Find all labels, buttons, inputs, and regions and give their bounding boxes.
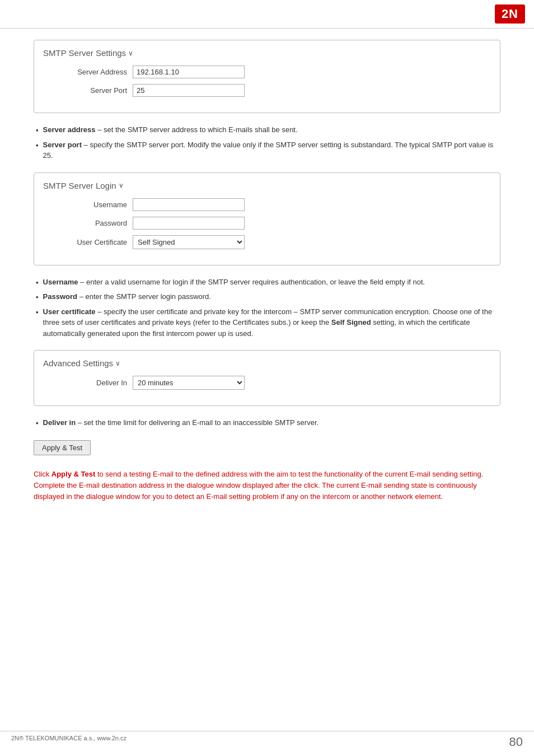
smtp-server-settings-chevron[interactable]: ∨ (128, 49, 133, 57)
smtp-server-bullets: Server address – set the SMTP server add… (34, 124, 500, 161)
server-address-row: Server Address (43, 66, 491, 78)
username-label: Username (43, 200, 133, 209)
smtp-login-title: SMTP Server Login ∨ (43, 181, 491, 190)
top-bar: 2N (0, 0, 534, 29)
password-input[interactable] (133, 217, 245, 230)
user-certificate-select[interactable]: Self Signed (133, 235, 245, 249)
bullet-deliver-in: Deliver in – set the time limit for deli… (36, 417, 500, 429)
advanced-settings-title: Advanced Settings ∨ (43, 358, 491, 368)
bullet-password: Password – enter the SMTP server login p… (36, 291, 500, 303)
main-content: SMTP Server Settings ∨ Server Address Se… (0, 29, 534, 525)
server-address-input[interactable] (133, 66, 245, 78)
footer-left: 2N® TELEKOMUNIKACE a.s., www.2n.cz (11, 735, 127, 749)
bullet-user-certificate: User certificate – specify the user cert… (36, 306, 500, 339)
red-info-text: Click Apply & Test to send a testing E-m… (34, 469, 500, 502)
deliver-in-label: Deliver In (43, 379, 133, 387)
server-address-label: Server Address (43, 68, 133, 76)
logo: 2N (495, 4, 525, 24)
username-row: Username (43, 198, 491, 211)
advanced-settings-chevron[interactable]: ∨ (115, 360, 120, 367)
smtp-login-bullets: Username – enter a valid username for lo… (34, 277, 500, 339)
advanced-bullets: Deliver in – set the time limit for deli… (34, 417, 500, 429)
advanced-settings-box: Advanced Settings ∨ Deliver In 20 minute… (34, 350, 500, 406)
user-certificate-label: User Certificate (43, 238, 133, 246)
server-port-input[interactable] (133, 84, 245, 97)
smtp-login-box: SMTP Server Login ∨ Username Password Us… (34, 172, 500, 265)
bullet-username: Username – enter a valid username for lo… (36, 277, 500, 288)
smtp-login-chevron[interactable]: ∨ (119, 181, 124, 189)
smtp-server-settings-box: SMTP Server Settings ∨ Server Address Se… (34, 40, 500, 113)
deliver-in-row: Deliver In 20 minutes (43, 376, 491, 390)
smtp-server-settings-title: SMTP Server Settings ∨ (43, 48, 491, 58)
deliver-in-select[interactable]: 20 minutes (133, 376, 245, 390)
server-port-row: Server Port (43, 84, 491, 97)
footer: 2N® TELEKOMUNIKACE a.s., www.2n.cz 80 (0, 731, 534, 749)
bullet-server-address: Server address – set the SMTP server add… (36, 124, 500, 136)
apply-test-button[interactable]: Apply & Test (34, 440, 91, 455)
username-input[interactable] (133, 198, 245, 211)
footer-page: 80 (509, 735, 523, 749)
password-label: Password (43, 219, 133, 227)
server-port-label: Server Port (43, 86, 133, 95)
user-certificate-row: User Certificate Self Signed (43, 235, 491, 249)
bullet-server-port: Server port – specify the SMTP server po… (36, 139, 500, 161)
password-row: Password (43, 217, 491, 230)
